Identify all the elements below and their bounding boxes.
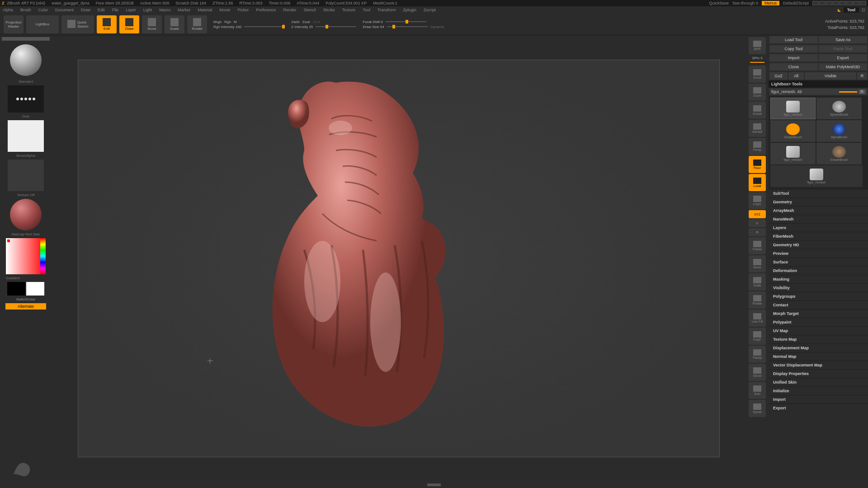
export-button[interactable]: Export — [819, 54, 867, 61]
quicksave-button[interactable]: QuickSave — [709, 1, 729, 5]
aahalf-button[interactable]: AAHalf — [749, 120, 766, 137]
menu-zplugin[interactable]: Zplugin — [403, 8, 417, 12]
tool-thumb[interactable]: figur_remesh — [770, 165, 863, 187]
section-deformation[interactable]: Deformation — [769, 266, 868, 275]
y-button[interactable]: ⊙ — [749, 219, 766, 227]
xpose-button[interactable]: Xpose — [749, 400, 766, 417]
default-script[interactable]: DefaultZScript — [783, 1, 809, 5]
rgb-toggle[interactable]: Rgb — [224, 20, 231, 24]
spix-slider[interactable]: SPix 3 — [752, 56, 762, 60]
section-export[interactable]: Export — [769, 404, 868, 412]
rgb-intensity-slider[interactable] — [244, 26, 285, 27]
lightbox-button[interactable]: LightBox — [26, 15, 59, 33]
hue-strip[interactable] — [40, 238, 46, 274]
menu-tool[interactable]: Tool — [363, 8, 370, 12]
move-cam-button[interactable]: Move — [749, 255, 766, 272]
clone-button[interactable]: Clone — [769, 63, 818, 70]
menu-light[interactable]: Light — [143, 8, 152, 12]
rotate-cam-button[interactable]: Rotate — [749, 291, 766, 309]
section-import[interactable]: Import — [769, 395, 868, 404]
tool-thumb[interactable]: figur_remesh — [770, 143, 816, 164]
left-tray-handle[interactable] — [2, 37, 50, 41]
primary-color-swatch[interactable] — [26, 282, 44, 296]
section-masking[interactable]: Masking — [769, 275, 868, 283]
draw-mode-button[interactable]: Draw — [119, 15, 139, 33]
menu-marker[interactable]: Marker — [178, 8, 190, 12]
tool-r-button[interactable]: R — [859, 89, 866, 94]
section-texturemap[interactable]: Texture Map — [769, 335, 868, 343]
menus-toggle[interactable]: Menus — [762, 1, 779, 5]
section-unifiedskin[interactable]: Unified Skin — [769, 378, 868, 386]
frame-button[interactable]: Frame — [749, 237, 766, 254]
menu-stencil[interactable]: Stencil — [304, 8, 316, 12]
goz-r-button[interactable]: R — [857, 72, 867, 80]
section-displacement[interactable]: Displacement Map — [769, 343, 868, 352]
persp-button[interactable]: Persp — [749, 138, 766, 155]
alternate-button[interactable]: Alternate — [5, 303, 46, 310]
goz-all-button[interactable]: All — [788, 72, 804, 80]
zcut-toggle[interactable]: Zcut — [313, 20, 320, 24]
solo-button[interactable]: Solo — [749, 382, 766, 399]
z-intensity-slider[interactable] — [316, 26, 356, 27]
section-arraymesh[interactable]: ArrayMesh — [769, 206, 868, 215]
menu-draw[interactable]: Draw — [81, 8, 90, 12]
menu-transform[interactable]: Transform — [377, 8, 396, 12]
bpr-button[interactable]: BPR — [749, 37, 766, 54]
paste-tool-button[interactable]: Paste Tool — [819, 45, 867, 52]
scroll-button[interactable]: Scroll — [749, 66, 766, 83]
section-geometryhd[interactable]: Geometry HD — [769, 240, 868, 249]
alpha-selector[interactable] — [8, 120, 44, 152]
goz-button[interactable]: GoZ — [769, 72, 788, 80]
polyf-button[interactable]: PolyF — [749, 328, 766, 345]
win-btn-icon[interactable] — [833, 1, 839, 5]
save-as-button[interactable]: Save As — [819, 36, 867, 43]
tool-thumb[interactable]: EraserBrush — [816, 143, 862, 164]
local-button[interactable]: Local — [749, 174, 766, 191]
tool-thumb[interactable]: SimpleBrush — [770, 120, 816, 142]
menu-edit[interactable]: Edit — [98, 8, 105, 12]
brush-selector[interactable] — [10, 44, 42, 76]
section-subtool[interactable]: SubTool — [769, 189, 868, 197]
material-selector[interactable] — [10, 199, 42, 230]
edit-mode-button[interactable]: Edit — [97, 15, 117, 33]
win-btn-icon[interactable] — [812, 1, 819, 5]
menu-brush[interactable]: Brush — [20, 8, 31, 12]
menu-layer[interactable]: Layer — [126, 8, 136, 12]
section-surface[interactable]: Surface — [769, 258, 868, 266]
tool-palette-label[interactable]: Tool — [844, 7, 859, 13]
transp-button[interactable]: Transp — [749, 346, 766, 363]
palette-pin-icon[interactable]: ◣ — [838, 8, 841, 12]
section-polypaint[interactable]: Polypaint — [769, 318, 868, 326]
section-contact[interactable]: Contact — [769, 300, 868, 309]
menu-texture[interactable]: Texture — [342, 8, 356, 12]
spix-bar[interactable] — [750, 62, 764, 63]
ghost-button[interactable]: Ghost — [749, 364, 766, 381]
lightbox-tools-header[interactable]: Lightbox> Tools — [769, 80, 868, 88]
linefill-button[interactable]: Line Fill — [749, 310, 766, 327]
floor-button[interactable]: Floor — [749, 156, 766, 173]
section-normalmap[interactable]: Normal Map — [769, 352, 868, 361]
palette-close-icon[interactable]: ⊡ — [862, 8, 865, 12]
texture-selector[interactable] — [8, 160, 44, 191]
scale-cam-button[interactable]: Scale — [749, 273, 766, 291]
close-icon[interactable] — [860, 1, 866, 5]
z-button[interactable]: ⊕ — [749, 228, 766, 236]
scale-mode-button[interactable]: Scale — [165, 15, 184, 33]
focal-shift-slider[interactable] — [386, 21, 426, 22]
menu-alpha[interactable]: Alpha — [3, 8, 13, 12]
section-polygroups[interactable]: Polygroups — [769, 292, 868, 300]
xyz-button[interactable]: XYZ — [749, 210, 766, 218]
section-visibility[interactable]: Visibility — [769, 283, 868, 292]
menu-color[interactable]: Color — [38, 8, 48, 12]
menu-stroke[interactable]: Stroke — [323, 8, 335, 12]
rotate-mode-button[interactable]: Rotate — [187, 15, 207, 33]
menu-preference[interactable]: Preference — [256, 8, 276, 12]
load-tool-button[interactable]: Load Tool — [769, 36, 818, 43]
section-initialize[interactable]: Initialize — [769, 386, 868, 395]
bottom-tray[interactable] — [0, 482, 868, 488]
section-layers[interactable]: Layers — [769, 223, 868, 232]
move-mode-button[interactable]: Move — [142, 15, 162, 33]
maximize-icon[interactable] — [853, 1, 859, 5]
minimize-icon[interactable] — [846, 1, 853, 5]
zadd-toggle[interactable]: Zadd — [291, 20, 299, 24]
